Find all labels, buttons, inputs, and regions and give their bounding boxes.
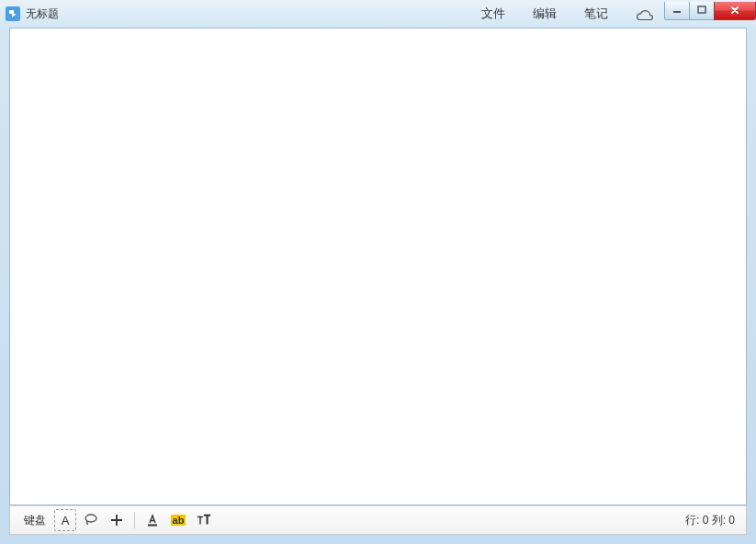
font-color-button[interactable] bbox=[141, 509, 164, 531]
keyboard-button[interactable]: 键盘 bbox=[17, 509, 52, 532]
window-controls bbox=[665, 2, 756, 20]
editor-area bbox=[9, 28, 747, 505]
app-icon bbox=[6, 6, 20, 21]
svg-rect-0 bbox=[673, 11, 681, 13]
window-title: 无标题 bbox=[26, 6, 59, 22]
lasso-button[interactable] bbox=[80, 509, 102, 531]
separator bbox=[134, 512, 135, 528]
menu-note[interactable]: 笔记 bbox=[581, 4, 612, 24]
letter-a-icon: A bbox=[62, 514, 70, 527]
svg-rect-3 bbox=[148, 525, 157, 527]
text-input-mode-button[interactable]: A bbox=[54, 509, 76, 531]
plus-icon bbox=[109, 513, 124, 527]
svg-point-2 bbox=[85, 515, 96, 522]
menu-edit[interactable]: 编辑 bbox=[529, 4, 560, 24]
maximize-button[interactable] bbox=[689, 2, 715, 20]
cursor-position-status: 行: 0 列: 0 bbox=[685, 513, 739, 528]
text-editor[interactable] bbox=[10, 28, 746, 504]
titlebar: 无标题 文件 编辑 笔记 bbox=[0, 0, 756, 28]
menu-file[interactable]: 文件 bbox=[478, 4, 509, 24]
highlight-icon: ab bbox=[171, 515, 186, 526]
font-color-icon bbox=[145, 513, 160, 527]
minimize-button[interactable] bbox=[664, 2, 690, 20]
text-size-button[interactable] bbox=[193, 509, 215, 531]
lasso-icon bbox=[84, 513, 98, 527]
close-button[interactable] bbox=[714, 2, 756, 20]
text-size-icon bbox=[197, 513, 211, 527]
svg-rect-1 bbox=[698, 6, 705, 13]
cloud-icon[interactable] bbox=[632, 7, 658, 20]
menubar: 文件 编辑 笔记 bbox=[478, 4, 658, 24]
highlight-button[interactable]: ab bbox=[167, 509, 189, 531]
add-button[interactable] bbox=[106, 509, 128, 531]
bottom-toolbar: 键盘 A ab 行: 0 列: 0 bbox=[9, 505, 747, 535]
